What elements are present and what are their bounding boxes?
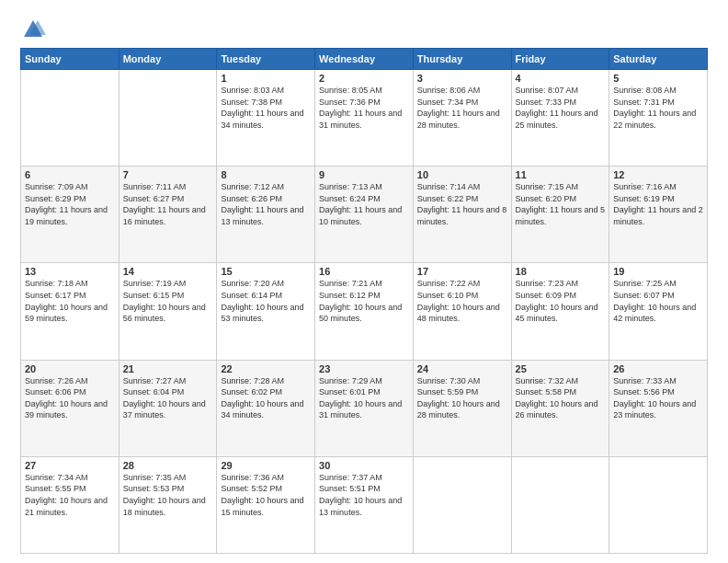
day-number: 1 [221, 73, 311, 84]
day-info: Sunrise: 7:21 AM Sunset: 6:12 PM Dayligh… [319, 278, 409, 324]
day-number: 25 [516, 363, 606, 374]
calendar-table: SundayMondayTuesdayWednesdayThursdayFrid… [20, 48, 708, 554]
calendar-week-row: 13Sunrise: 7:18 AM Sunset: 6:17 PM Dayli… [21, 263, 708, 360]
calendar-cell: 11Sunrise: 7:15 AM Sunset: 6:20 PM Dayli… [511, 167, 609, 263]
day-info: Sunrise: 8:07 AM Sunset: 7:33 PM Dayligh… [516, 85, 606, 131]
day-number: 14 [123, 266, 213, 277]
day-number: 3 [417, 73, 507, 84]
day-number: 29 [221, 460, 311, 471]
day-info: Sunrise: 7:34 AM Sunset: 5:55 PM Dayligh… [25, 472, 115, 518]
calendar-cell: 14Sunrise: 7:19 AM Sunset: 6:15 PM Dayli… [119, 263, 217, 360]
day-number: 26 [613, 363, 703, 374]
day-number: 23 [319, 363, 409, 374]
calendar-cell: 25Sunrise: 7:32 AM Sunset: 5:58 PM Dayli… [511, 360, 609, 456]
day-info: Sunrise: 8:05 AM Sunset: 7:36 PM Dayligh… [319, 85, 409, 131]
day-info: Sunrise: 7:13 AM Sunset: 6:24 PM Dayligh… [319, 181, 409, 227]
day-number: 15 [221, 266, 311, 277]
calendar-cell: 9Sunrise: 7:13 AM Sunset: 6:24 PM Daylig… [315, 167, 414, 263]
day-number: 13 [25, 266, 115, 277]
calendar-cell: 24Sunrise: 7:30 AM Sunset: 5:59 PM Dayli… [413, 360, 511, 456]
calendar-cell: 5Sunrise: 8:08 AM Sunset: 7:31 PM Daylig… [609, 70, 708, 167]
calendar-cell: 21Sunrise: 7:27 AM Sunset: 6:04 PM Dayli… [119, 360, 217, 456]
day-number: 7 [123, 169, 213, 180]
calendar-cell: 17Sunrise: 7:22 AM Sunset: 6:10 PM Dayli… [413, 263, 511, 360]
day-info: Sunrise: 7:27 AM Sunset: 6:04 PM Dayligh… [123, 375, 213, 421]
day-info: Sunrise: 7:36 AM Sunset: 5:52 PM Dayligh… [221, 472, 311, 518]
day-info: Sunrise: 7:25 AM Sunset: 6:07 PM Dayligh… [613, 278, 703, 324]
day-number: 18 [516, 266, 606, 277]
day-number: 12 [613, 169, 703, 180]
calendar-cell: 15Sunrise: 7:20 AM Sunset: 6:14 PM Dayli… [217, 263, 315, 360]
calendar-cell: 19Sunrise: 7:25 AM Sunset: 6:07 PM Dayli… [609, 263, 708, 360]
calendar-cell: 29Sunrise: 7:36 AM Sunset: 5:52 PM Dayli… [217, 456, 315, 553]
day-info: Sunrise: 7:20 AM Sunset: 6:14 PM Dayligh… [221, 278, 311, 324]
day-info: Sunrise: 7:16 AM Sunset: 6:19 PM Dayligh… [613, 181, 703, 227]
calendar-cell: 13Sunrise: 7:18 AM Sunset: 6:17 PM Dayli… [21, 263, 119, 360]
day-info: Sunrise: 7:19 AM Sunset: 6:15 PM Dayligh… [123, 278, 213, 324]
logo [20, 17, 50, 42]
day-number: 20 [25, 363, 115, 374]
day-number: 24 [417, 363, 507, 374]
day-number: 4 [516, 73, 606, 84]
calendar-week-row: 1Sunrise: 8:03 AM Sunset: 7:38 PM Daylig… [21, 70, 708, 167]
day-number: 22 [221, 363, 311, 374]
day-info: Sunrise: 7:23 AM Sunset: 6:09 PM Dayligh… [516, 278, 606, 324]
day-number: 19 [613, 266, 703, 277]
calendar-cell [21, 70, 119, 167]
calendar-week-row: 27Sunrise: 7:34 AM Sunset: 5:55 PM Dayli… [21, 456, 708, 553]
day-info: Sunrise: 7:18 AM Sunset: 6:17 PM Dayligh… [25, 278, 115, 324]
calendar-header-day: Sunday [21, 49, 119, 70]
calendar-cell: 18Sunrise: 7:23 AM Sunset: 6:09 PM Dayli… [511, 263, 609, 360]
day-info: Sunrise: 7:09 AM Sunset: 6:29 PM Dayligh… [25, 181, 115, 227]
calendar-cell [511, 456, 609, 553]
calendar-cell: 6Sunrise: 7:09 AM Sunset: 6:29 PM Daylig… [21, 167, 119, 263]
calendar-cell: 22Sunrise: 7:28 AM Sunset: 6:02 PM Dayli… [217, 360, 315, 456]
day-info: Sunrise: 7:15 AM Sunset: 6:20 PM Dayligh… [516, 181, 606, 227]
day-number: 28 [123, 460, 213, 471]
calendar-cell: 27Sunrise: 7:34 AM Sunset: 5:55 PM Dayli… [21, 456, 119, 553]
calendar-header-day: Tuesday [217, 49, 315, 70]
day-info: Sunrise: 7:37 AM Sunset: 5:51 PM Dayligh… [319, 472, 409, 518]
day-info: Sunrise: 7:22 AM Sunset: 6:10 PM Dayligh… [417, 278, 507, 324]
calendar-cell: 30Sunrise: 7:37 AM Sunset: 5:51 PM Dayli… [315, 456, 414, 553]
day-info: Sunrise: 7:32 AM Sunset: 5:58 PM Dayligh… [516, 375, 606, 421]
calendar-cell [609, 456, 708, 553]
day-info: Sunrise: 7:11 AM Sunset: 6:27 PM Dayligh… [123, 181, 213, 227]
day-info: Sunrise: 7:26 AM Sunset: 6:06 PM Dayligh… [25, 375, 115, 421]
day-number: 6 [25, 169, 115, 180]
day-info: Sunrise: 7:14 AM Sunset: 6:22 PM Dayligh… [417, 181, 507, 227]
day-number: 16 [319, 266, 409, 277]
day-number: 21 [123, 363, 213, 374]
day-number: 9 [319, 169, 409, 180]
day-number: 8 [221, 169, 311, 180]
day-info: Sunrise: 7:35 AM Sunset: 5:53 PM Dayligh… [123, 472, 213, 518]
calendar-header-day: Thursday [413, 49, 511, 70]
calendar-week-row: 6Sunrise: 7:09 AM Sunset: 6:29 PM Daylig… [21, 167, 708, 263]
day-number: 17 [417, 266, 507, 277]
calendar-cell: 2Sunrise: 8:05 AM Sunset: 7:36 PM Daylig… [315, 70, 414, 167]
calendar-header-day: Monday [119, 49, 217, 70]
calendar-cell: 10Sunrise: 7:14 AM Sunset: 6:22 PM Dayli… [413, 167, 511, 263]
calendar-header-day: Friday [511, 49, 609, 70]
day-number: 27 [25, 460, 115, 471]
calendar-cell: 7Sunrise: 7:11 AM Sunset: 6:27 PM Daylig… [119, 167, 217, 263]
day-info: Sunrise: 7:28 AM Sunset: 6:02 PM Dayligh… [221, 375, 311, 421]
day-info: Sunrise: 8:03 AM Sunset: 7:38 PM Dayligh… [221, 85, 311, 131]
day-number: 11 [516, 169, 606, 180]
calendar-cell [413, 456, 511, 553]
calendar-cell: 23Sunrise: 7:29 AM Sunset: 6:01 PM Dayli… [315, 360, 414, 456]
logo-icon [20, 17, 46, 42]
calendar-header-row: SundayMondayTuesdayWednesdayThursdayFrid… [21, 49, 708, 70]
calendar-header-day: Saturday [609, 49, 708, 70]
calendar-week-row: 20Sunrise: 7:26 AM Sunset: 6:06 PM Dayli… [21, 360, 708, 456]
day-number: 30 [319, 460, 409, 471]
day-number: 5 [613, 73, 703, 84]
calendar-cell: 12Sunrise: 7:16 AM Sunset: 6:19 PM Dayli… [609, 167, 708, 263]
calendar-cell: 20Sunrise: 7:26 AM Sunset: 6:06 PM Dayli… [21, 360, 119, 456]
calendar-cell: 26Sunrise: 7:33 AM Sunset: 5:56 PM Dayli… [609, 360, 708, 456]
day-info: Sunrise: 8:06 AM Sunset: 7:34 PM Dayligh… [417, 85, 507, 131]
calendar-cell: 1Sunrise: 8:03 AM Sunset: 7:38 PM Daylig… [217, 70, 315, 167]
day-number: 10 [417, 169, 507, 180]
day-number: 2 [319, 73, 409, 84]
calendar-cell: 8Sunrise: 7:12 AM Sunset: 6:26 PM Daylig… [217, 167, 315, 263]
